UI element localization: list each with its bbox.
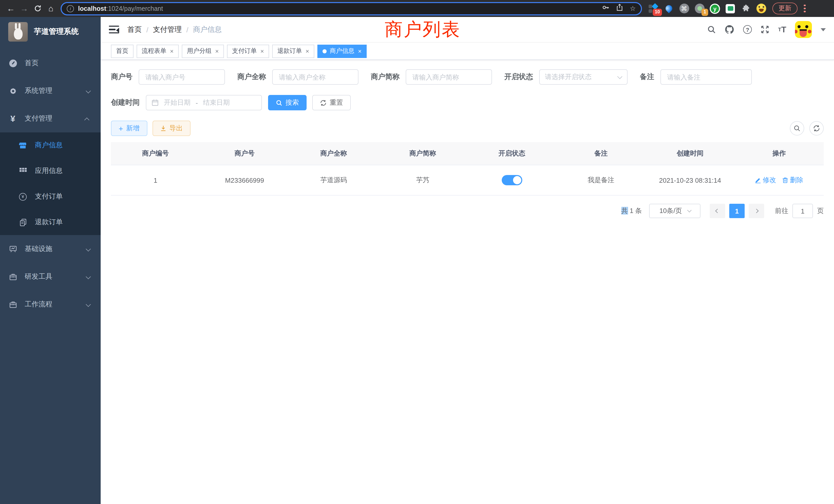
sidebar-item-label: 应用信息 [35, 166, 63, 176]
remark-input[interactable] [660, 69, 752, 85]
add-button-label: 新增 [126, 124, 140, 133]
goto-page-input[interactable] [792, 204, 813, 218]
chat-bubble [726, 4, 735, 13]
browser-home-button[interactable]: ⌂ [44, 2, 58, 15]
tab-label: 用户分组 [187, 47, 212, 55]
add-button[interactable]: + 新增 [111, 121, 147, 136]
refresh-table-button[interactable] [809, 121, 824, 136]
filter-remark: 备注 [640, 69, 752, 85]
github-icon[interactable] [725, 25, 734, 35]
sidebar-item-home[interactable]: 首页 [0, 49, 101, 77]
tab-pay-order[interactable]: 支付订单× [227, 44, 269, 58]
merchant-no-input[interactable] [139, 69, 225, 85]
merchant-short-input[interactable] [406, 69, 492, 85]
tab-process-form[interactable]: 流程表单× [137, 44, 179, 58]
date-start-placeholder[interactable]: 开始日期 [164, 98, 191, 107]
breadcrumb-home[interactable]: 首页 [127, 25, 142, 34]
url-text[interactable]: localhost:1024/pay/merchant [78, 5, 602, 12]
date-end-placeholder[interactable]: 结束日期 [203, 98, 230, 107]
browser-reload-button[interactable] [31, 2, 44, 15]
site-info-icon[interactable]: i [67, 5, 74, 12]
browser-forward-button[interactable]: → [18, 2, 31, 15]
browser-profile-avatar[interactable] [756, 3, 766, 14]
sidebar-item-system[interactable]: 系统管理 [0, 77, 101, 105]
tab-user-group[interactable]: 用户分组× [182, 44, 224, 58]
sidebar-submenu: 商户信息 应用信息 ¥ 支付订单 [0, 132, 101, 235]
extension-badge-one: 1 [702, 8, 708, 16]
page-number-1[interactable]: 1 [729, 204, 745, 218]
delete-label: 删除 [790, 176, 804, 185]
sidebar-item-pay-order[interactable]: ¥ 支付订单 [0, 184, 101, 209]
toggle-search-button[interactable] [790, 121, 804, 136]
cell-status [467, 165, 556, 195]
chrome-update-button[interactable]: 更新 [772, 3, 797, 14]
tab-home[interactable]: 首页 [111, 44, 133, 58]
sidebar-item-app-info[interactable]: 应用信息 [0, 158, 101, 184]
reset-button[interactable]: 重置 [312, 95, 351, 110]
app-logo-row[interactable]: 芋道管理系统 [0, 17, 101, 46]
app-logo [8, 22, 28, 41]
password-key-icon[interactable] [602, 4, 610, 13]
edit-link[interactable]: 修改 [755, 176, 776, 185]
tab-label: 流程表单 [142, 47, 167, 55]
status-toggle[interactable] [502, 175, 522, 185]
date-range-picker[interactable]: 开始日期 - 结束日期 [146, 95, 262, 110]
filter-create-time: 创建时间 开始日期 - 结束日期 [111, 95, 262, 110]
font-size-icon[interactable]: TT [778, 25, 786, 33]
sidebar-item-refund-order[interactable]: 退款订单 [0, 209, 101, 235]
table-row: 1 M233666999 芋道源码 芋艿 我是备注 2021-10-23 08:… [111, 165, 824, 196]
prev-page-button[interactable] [710, 204, 725, 218]
extension-icon-recorder[interactable]: 1 [694, 3, 705, 14]
tab-merchant-info[interactable]: 商户信息× [317, 44, 367, 58]
sidebar-item-workflow[interactable]: 工作流程 [0, 291, 101, 318]
extension-icon-command[interactable]: ⌘ [679, 3, 689, 14]
tab-refund-order[interactable]: 退款订单× [272, 44, 314, 58]
close-icon[interactable]: × [260, 47, 264, 55]
sidebar-item-pay[interactable]: ¥ 支付管理 [0, 105, 101, 132]
app-title: 芋道管理系统 [34, 27, 79, 37]
extension-icon-grid-diamond[interactable]: 10 [648, 3, 658, 14]
merchant-name-input[interactable] [272, 69, 358, 85]
chevron-down-icon [86, 245, 89, 253]
page-size-select[interactable]: 10条/页 [649, 204, 701, 218]
refund-order-icon [19, 219, 27, 226]
dashboard-icon [9, 59, 17, 67]
search-button[interactable]: 搜索 [268, 95, 307, 110]
browser-menu-icon[interactable] [802, 3, 808, 15]
extensions-puzzle-icon[interactable] [741, 3, 751, 14]
next-page-button[interactable] [749, 204, 764, 218]
extension-icon-chat[interactable] [725, 3, 736, 14]
delete-link[interactable]: 删除 [783, 176, 804, 185]
download-icon [160, 125, 167, 131]
briefcase-icon [9, 273, 17, 280]
status-select[interactable]: 请选择开启状态 [539, 69, 628, 85]
sidebar-item-merchant-info[interactable]: 商户信息 [0, 132, 101, 158]
pencil-icon [755, 177, 761, 183]
sidebar-toggle-icon[interactable] [109, 25, 119, 33]
close-icon[interactable]: × [170, 47, 174, 55]
trash-icon [783, 177, 789, 183]
avatar-dropdown-caret[interactable] [821, 28, 826, 33]
app-shell: 芋道管理系统 首页 系统管理 ¥ 支付管理 [0, 17, 834, 504]
user-avatar[interactable] [795, 21, 812, 38]
reset-button-label: 重置 [330, 98, 343, 107]
browser-back-button[interactable]: ← [4, 2, 18, 15]
address-bar[interactable]: i localhost:1024/pay/merchant ☆ [61, 2, 642, 15]
close-icon[interactable]: × [215, 47, 219, 55]
sidebar-item-devtools[interactable]: 研发工具 [0, 263, 101, 291]
extension-icon-green-y[interactable]: y [710, 3, 720, 14]
fullscreen-icon[interactable] [761, 25, 769, 34]
extension-icon-pin[interactable] [663, 3, 674, 14]
export-button[interactable]: 导出 [153, 121, 191, 136]
close-icon[interactable]: × [358, 47, 361, 55]
breadcrumb-pay[interactable]: 支付管理 [153, 25, 182, 34]
total-unit: 条 [635, 207, 642, 214]
field-label: 创建时间 [111, 98, 146, 107]
close-icon[interactable]: × [306, 47, 309, 55]
grid-icon [19, 168, 27, 174]
search-icon[interactable] [707, 25, 716, 34]
share-icon[interactable] [616, 4, 624, 13]
sidebar-item-infra[interactable]: 基础设施 [0, 235, 101, 263]
bookmark-star-icon[interactable]: ☆ [630, 5, 636, 12]
help-icon[interactable]: ? [743, 25, 752, 34]
